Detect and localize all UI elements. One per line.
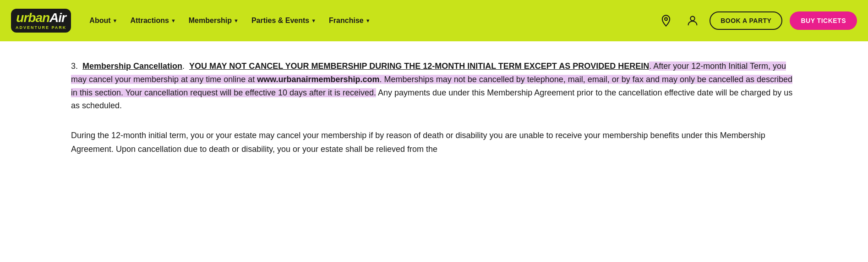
- location-button[interactable]: [656, 11, 676, 30]
- nav-label-membership: Membership: [189, 17, 232, 25]
- header-right: BOOK A PARTY BUY TICKETS: [656, 11, 857, 30]
- svg-point-0: [665, 18, 667, 21]
- chevron-down-icon: ▼: [113, 18, 118, 23]
- location-icon: [660, 14, 672, 27]
- nav-label-about: About: [89, 17, 110, 25]
- nav-item-attractions[interactable]: Attractions ▼: [125, 13, 181, 28]
- logo-container[interactable]: urban Air ADVENTURE PARK: [11, 9, 71, 33]
- section-3-block: 3. Membership Cancellation. YOU MAY NOT …: [71, 60, 797, 112]
- second-paragraph: During the 12-month initial term, you or…: [71, 129, 797, 156]
- header: urban Air ADVENTURE PARK About ▼ Attract…: [0, 0, 868, 41]
- book-party-button[interactable]: BOOK A PARTY: [710, 11, 782, 30]
- chevron-down-icon: ▼: [366, 18, 371, 23]
- section-number: 3.: [71, 61, 78, 71]
- nav-label-franchise: Franchise: [329, 17, 364, 25]
- section-3-paragraph: 3. Membership Cancellation. YOU MAY NOT …: [71, 60, 797, 112]
- nav-item-about[interactable]: About ▼: [84, 13, 123, 28]
- section-title-link[interactable]: Membership Cancellation: [82, 61, 182, 71]
- main-nav: About ▼ Attractions ▼ Membership ▼ Parti…: [84, 13, 656, 28]
- buy-tickets-button[interactable]: BUY TICKETS: [790, 11, 857, 30]
- user-button[interactable]: [683, 11, 702, 30]
- logo-air: Air: [49, 11, 66, 24]
- chevron-down-icon: ▼: [234, 18, 239, 23]
- logo-box: urban Air ADVENTURE PARK: [11, 9, 71, 33]
- nav-item-franchise[interactable]: Franchise ▼: [323, 13, 376, 28]
- logo-urban: urban: [16, 11, 49, 24]
- nav-label-attractions: Attractions: [130, 17, 169, 25]
- nav-item-membership[interactable]: Membership ▼: [183, 13, 244, 28]
- chevron-down-icon: ▼: [311, 18, 316, 23]
- logo-sub: ADVENTURE PARK: [16, 25, 66, 30]
- section-bold-statement: YOU MAY NOT CANCEL YOUR MEMBERSHIP DURIN…: [189, 61, 649, 71]
- main-content: 3. Membership Cancellation. YOU MAY NOT …: [0, 41, 868, 175]
- website-link[interactable]: www.urbanairmembership.com: [257, 75, 379, 84]
- chevron-down-icon: ▼: [171, 18, 176, 23]
- user-icon: [686, 14, 699, 27]
- nav-label-parties-events: Parties & Events: [251, 17, 309, 25]
- svg-point-1: [690, 17, 694, 21]
- nav-item-parties-events[interactable]: Parties & Events ▼: [246, 13, 322, 28]
